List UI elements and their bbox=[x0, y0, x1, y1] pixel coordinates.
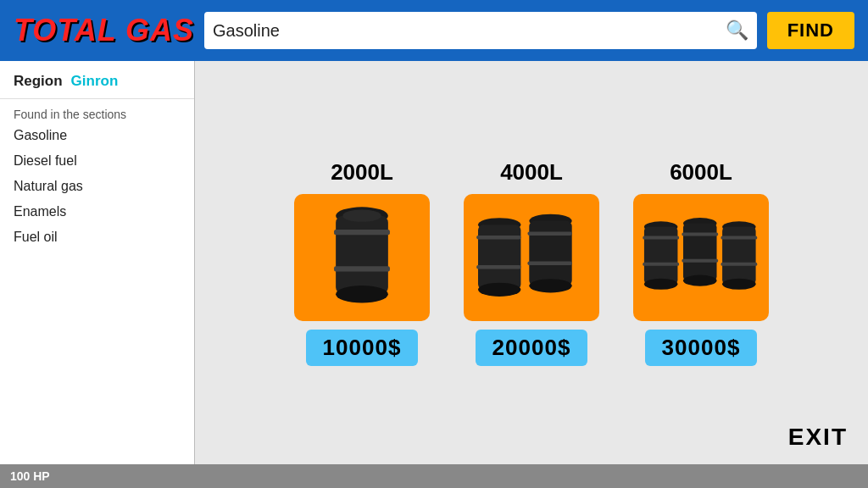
svg-point-8 bbox=[478, 283, 520, 297]
app-title: TOTAL GAS bbox=[14, 13, 194, 48]
region-row: Region Ginron bbox=[0, 61, 194, 99]
product-2-price[interactable]: 20000$ bbox=[476, 330, 588, 366]
product-card-3: 6000L bbox=[633, 159, 769, 366]
svg-rect-24 bbox=[682, 232, 718, 236]
header: TOTAL GAS 🔍 FIND bbox=[0, 0, 868, 61]
product-2-volume: 4000L bbox=[500, 159, 563, 186]
product-3-volume: 6000L bbox=[670, 159, 732, 186]
svg-rect-7 bbox=[478, 225, 520, 290]
svg-point-23 bbox=[683, 275, 716, 286]
svg-point-13 bbox=[529, 279, 571, 292]
svg-point-5 bbox=[342, 209, 381, 221]
exit-button[interactable]: EXIT bbox=[788, 424, 848, 451]
svg-rect-9 bbox=[476, 236, 520, 240]
content-area: 2000L 10000$ bbox=[195, 61, 868, 464]
svg-rect-27 bbox=[722, 227, 755, 284]
svg-rect-30 bbox=[721, 263, 757, 266]
product-1-volume: 2000L bbox=[331, 159, 393, 186]
region-label: Region bbox=[14, 73, 63, 90]
sidebar-item-enamels[interactable]: Enamels bbox=[0, 199, 194, 225]
search-bar: 🔍 bbox=[204, 12, 757, 49]
svg-rect-20 bbox=[643, 263, 679, 266]
svg-point-28 bbox=[722, 279, 755, 290]
search-input[interactable] bbox=[213, 21, 726, 41]
barrel-group-3 bbox=[640, 201, 762, 314]
find-button[interactable]: FIND bbox=[767, 12, 854, 49]
svg-point-2 bbox=[336, 286, 388, 303]
search-icon[interactable]: 🔍 bbox=[726, 19, 748, 42]
svg-rect-4 bbox=[334, 266, 390, 271]
sidebar-item-fuel-oil[interactable]: Fuel oil bbox=[0, 225, 194, 250]
product-1-price[interactable]: 10000$ bbox=[306, 330, 419, 366]
sidebar-item-diesel[interactable]: Diesel fuel bbox=[0, 148, 194, 174]
barrel-group-2 bbox=[470, 201, 593, 314]
sidebar: Region Ginron Found in the sections Gaso… bbox=[0, 61, 195, 464]
product-card-1: 2000L 10000$ bbox=[294, 159, 430, 366]
hp-label: 100 HP bbox=[10, 469, 50, 483]
product-3-barrel-box[interactable] bbox=[633, 194, 769, 321]
product-2-barrel-box[interactable] bbox=[464, 194, 599, 321]
found-in-sections-label: Found in the sections bbox=[0, 99, 194, 123]
products-row: 2000L 10000$ bbox=[294, 159, 769, 366]
svg-rect-15 bbox=[528, 262, 572, 266]
product-1-barrel-box[interactable] bbox=[294, 194, 430, 321]
main-area: Region Ginron Found in the sections Gaso… bbox=[0, 61, 868, 464]
svg-point-18 bbox=[644, 279, 677, 290]
sidebar-item-natural-gas[interactable]: Natural gas bbox=[0, 174, 194, 199]
svg-rect-22 bbox=[683, 224, 716, 280]
region-value: Ginron bbox=[71, 73, 119, 90]
svg-rect-1 bbox=[336, 216, 388, 295]
product-3-price[interactable]: 30000$ bbox=[645, 330, 758, 366]
barrel-group-1 bbox=[301, 201, 423, 314]
svg-rect-25 bbox=[682, 259, 718, 263]
svg-rect-19 bbox=[643, 236, 679, 239]
svg-rect-17 bbox=[644, 227, 677, 284]
svg-rect-10 bbox=[476, 265, 520, 269]
bottom-bar: 100 HP bbox=[0, 464, 868, 488]
product-card-2: 4000L bbox=[464, 159, 599, 366]
svg-rect-12 bbox=[529, 221, 571, 286]
svg-rect-3 bbox=[334, 230, 390, 235]
sidebar-item-gasoline[interactable]: Gasoline bbox=[0, 123, 194, 148]
svg-rect-29 bbox=[721, 236, 757, 239]
svg-rect-14 bbox=[528, 231, 572, 236]
